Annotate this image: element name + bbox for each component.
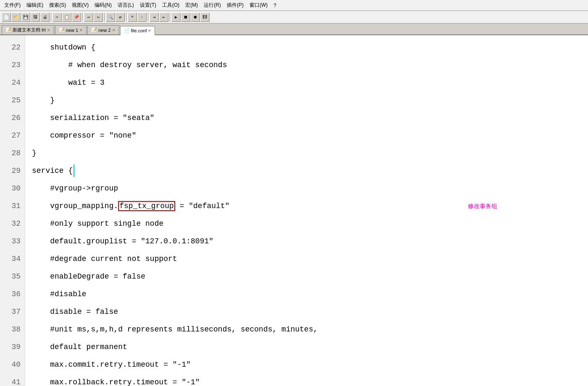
toolbar-copy[interactable]: 📋 xyxy=(62,13,71,22)
tab-new1[interactable]: 📝 new 1 ✕ xyxy=(55,25,87,34)
tab-close-new1[interactable]: ✕ xyxy=(79,28,83,32)
toolbar-save-all[interactable]: 🖫 xyxy=(31,13,40,22)
tab-label-new2: new 2 xyxy=(98,28,110,33)
line-number-41: 41 xyxy=(0,373,25,386)
menu-search[interactable]: 搜索(S) xyxy=(47,1,68,10)
code-text: vgroup_mapping. xyxy=(32,202,118,210)
code-text: } xyxy=(32,149,37,157)
menu-language[interactable]: 语言(L) xyxy=(115,1,136,10)
code-line-15: disable = false xyxy=(32,303,581,321)
code-text: #vgroup->rgroup xyxy=(32,184,118,193)
code-line-17: default permanent xyxy=(32,338,581,356)
code-line-16: #unit ms,s,m,h,d represents milliseconds… xyxy=(32,321,581,338)
toolbar-save[interactable]: 💾 xyxy=(21,13,30,22)
code-text: service { xyxy=(32,167,73,175)
toolbar-new[interactable]: 📄 xyxy=(2,13,11,22)
code-text: default.grouplist = "127.0.0.1:8091" xyxy=(32,237,213,245)
code-line-7: service { xyxy=(32,162,581,180)
toolbar-sep5 xyxy=(148,13,148,21)
toolbar-btn-extra2[interactable]: ⏹ xyxy=(181,13,190,22)
toolbar-paste[interactable]: 📌 xyxy=(72,13,81,22)
menu-tools[interactable]: 工具(O) xyxy=(160,1,182,10)
toolbar-indent[interactable]: ⇥ xyxy=(150,13,159,22)
tab-label-file-conf: file.conf xyxy=(131,28,147,33)
tab-close-new2[interactable]: ✕ xyxy=(112,28,116,32)
menu-encoding[interactable]: 编码(N) xyxy=(92,1,114,10)
tab-icon-new-text: 📝 xyxy=(5,27,11,33)
tabs: 📝 新建文本文档 trt ✕ 📝 new 1 ✕ 📝 new 2 ✕ 📄 fil… xyxy=(0,23,588,35)
toolbar-redo[interactable]: ↪ xyxy=(94,13,103,22)
tab-new2[interactable]: 📝 new 2 ✕ xyxy=(87,25,119,34)
code-line-6: } xyxy=(32,144,581,162)
toolbar-undo[interactable]: ↩ xyxy=(84,13,93,22)
code-text: } xyxy=(32,96,55,104)
menu-view[interactable]: 视图(V) xyxy=(69,1,91,10)
code-line-13: enableDegrade = false xyxy=(32,268,581,285)
editor[interactable]: 2223242526272829303132333435363738394041… xyxy=(0,35,588,386)
code-line-3: } xyxy=(32,91,581,109)
code-line-8: #vgroup->rgroup xyxy=(32,180,581,197)
code-text: max.rollback.retry.timeout = "-1" xyxy=(32,378,200,386)
toolbar-btn5[interactable]: 🖨 xyxy=(40,13,50,22)
line-number-24: 24 xyxy=(0,74,25,91)
code-content[interactable]: shutdown { # when destroy server, wait s… xyxy=(25,35,588,386)
code-text: # when destroy server, wait seconds xyxy=(32,61,227,69)
code-line-4: serialization = "seata" xyxy=(32,109,581,127)
code-text: #disable xyxy=(32,290,87,298)
toolbar-btn-extra1[interactable]: ▶ xyxy=(171,13,181,22)
code-line-5: compressor = "none" xyxy=(32,127,581,144)
menubar: 文件(F) 编辑(E) 搜索(S) 视图(V) 编码(N) 语言(L) 设置(T… xyxy=(0,0,588,11)
tab-new-text[interactable]: 📝 新建文本文档 trt ✕ xyxy=(2,25,54,34)
tab-icon-file-conf: 📄 xyxy=(124,28,130,33)
line-number-27: 27 xyxy=(0,127,25,144)
menu-plugins[interactable]: 插件(P) xyxy=(224,1,246,10)
toolbar-unindent[interactable]: ⇤ xyxy=(159,13,168,22)
line-number-25: 25 xyxy=(0,91,25,109)
tab-close-new-text[interactable]: ✕ xyxy=(47,28,50,32)
line-number-34: 34 xyxy=(0,250,25,268)
toolbar-btn-extra4[interactable]: 🎞 xyxy=(200,13,210,22)
menu-macro[interactable]: 宏(M) xyxy=(183,1,200,10)
code-area: 2223242526272829303132333435363738394041… xyxy=(0,35,588,386)
code-line-18: max.commit.retry.timeout = "-1" xyxy=(32,356,581,373)
line-number-31: 31 xyxy=(0,197,25,215)
line-number-39: 39 xyxy=(0,338,25,356)
tab-file-conf[interactable]: 📄 file.conf ✕ xyxy=(120,26,155,35)
line-number-33: 33 xyxy=(0,232,25,250)
toolbar-cut[interactable]: ✂ xyxy=(52,13,62,22)
code-line-9: vgroup_mapping.fsp_tx_group = "default"修… xyxy=(32,197,581,215)
toolbar-sep6 xyxy=(170,13,170,21)
highlighted-text: fsp_tx_group xyxy=(118,201,175,211)
menu-run[interactable]: 运行(R) xyxy=(201,1,223,10)
line-number-35: 35 xyxy=(0,268,25,285)
annotation-text: 修改事务组 xyxy=(468,197,497,215)
menu-settings[interactable]: 设置(T) xyxy=(137,1,159,10)
menu-help[interactable]: ? xyxy=(271,2,279,9)
code-line-19: max.rollback.retry.timeout = "-1" xyxy=(32,373,581,386)
line-number-40: 40 xyxy=(0,356,25,373)
code-line-14: #disable xyxy=(32,285,581,303)
toolbar-open[interactable]: 📂 xyxy=(11,13,21,22)
menu-window[interactable]: 窗口(W) xyxy=(247,1,270,10)
line-number-22: 22 xyxy=(0,39,25,56)
line-numbers: 2223242526272829303132333435363738394041 xyxy=(0,35,25,386)
line-number-30: 30 xyxy=(0,180,25,197)
tab-label-new1: new 1 xyxy=(66,28,78,33)
code-text: #only support single node xyxy=(32,219,163,228)
toolbar-zoom-in[interactable]: + xyxy=(128,13,137,22)
toolbar-find[interactable]: 🔍 xyxy=(106,13,115,22)
code-text: wait = 3 xyxy=(32,78,105,87)
toolbar-zoom-out[interactable]: - xyxy=(137,13,147,22)
tab-close-file-conf[interactable]: ✕ xyxy=(148,29,151,33)
code-line-11: default.grouplist = "127.0.0.1:8091" xyxy=(32,232,581,250)
toolbar-replace[interactable]: ⇄ xyxy=(116,13,125,22)
toolbar-btn-extra3[interactable]: ⏺ xyxy=(191,13,200,22)
code-text: #unit ms,s,m,h,d represents milliseconds… xyxy=(32,325,318,334)
code-text: serialization = "seata" xyxy=(32,114,155,122)
code-line-2: wait = 3 xyxy=(32,74,581,91)
line-number-29: 29 xyxy=(0,162,25,180)
menu-edit[interactable]: 编辑(E) xyxy=(24,1,46,10)
toolbar-sep1 xyxy=(51,13,51,21)
menu-file[interactable]: 文件(F) xyxy=(2,1,23,10)
code-line-0: shutdown { xyxy=(32,39,581,56)
